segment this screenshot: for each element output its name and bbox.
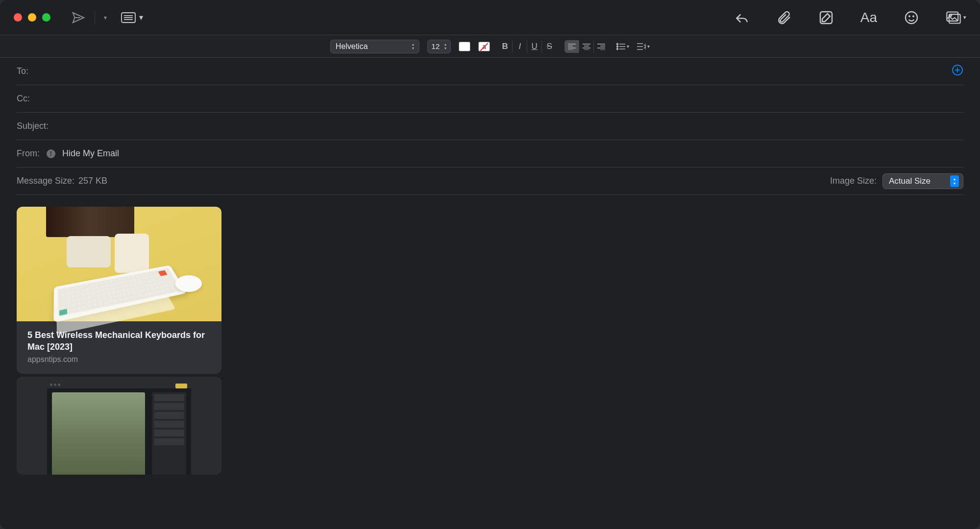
- image-size-value: Actual Size: [889, 176, 931, 186]
- font-size-value: 12: [432, 42, 440, 50]
- list-style-button[interactable]: ▾: [616, 43, 629, 50]
- message-body[interactable]: 5 Best Wireless Mechanical Keyboards for…: [0, 195, 980, 486]
- to-row: To:: [17, 58, 963, 85]
- svg-point-6: [909, 16, 910, 17]
- to-input[interactable]: [28, 66, 952, 76]
- message-size-label: Message Size:: [17, 176, 74, 186]
- alignment-group: [564, 40, 609, 53]
- add-contact-button[interactable]: [952, 64, 963, 78]
- compose-window: ▾ ▾ Aa ▾: [0, 0, 980, 529]
- photo-browser-button[interactable]: ▾: [946, 10, 966, 25]
- link-preview-image: [17, 207, 221, 321]
- chevron-down-icon: ▾: [647, 44, 650, 49]
- reply-button[interactable]: [734, 10, 750, 25]
- link-preview-card[interactable]: [17, 377, 221, 475]
- text-style-group: B I U S: [498, 40, 557, 53]
- from-row: From: ! Hide My Email: [17, 140, 963, 168]
- link-preview-domain: appsntips.com: [27, 355, 211, 364]
- subject-label: Subject:: [17, 121, 49, 131]
- align-center-icon: [583, 43, 590, 50]
- paperclip-icon: [776, 10, 792, 25]
- list-icon: [121, 12, 136, 24]
- bullet-list-icon: [616, 43, 625, 50]
- reply-icon: [734, 10, 750, 25]
- indent-icon: [637, 43, 646, 50]
- hide-my-email-button[interactable]: Hide My Email: [62, 148, 119, 159]
- stepper-icon: ▴▾: [412, 43, 414, 50]
- emoji-button[interactable]: [904, 10, 919, 25]
- background-color-button[interactable]: a: [478, 42, 490, 51]
- svg-point-27: [617, 48, 618, 49]
- message-size-value: 257 KB: [78, 176, 107, 186]
- text-format-icon: Aa: [860, 10, 877, 25]
- titlebar-right: Aa ▾: [734, 10, 966, 25]
- plus-circle-icon: [952, 64, 963, 76]
- photo-icon: [946, 10, 961, 25]
- format-button[interactable]: Aa: [860, 10, 877, 25]
- font-family-select[interactable]: Helvetica ▴▾: [330, 40, 419, 53]
- image-size-label: Image Size:: [830, 176, 877, 186]
- font-family-value: Helvetica: [336, 42, 368, 51]
- svg-rect-8: [949, 14, 960, 23]
- chevron-down-icon: ▾: [627, 44, 629, 49]
- underline-button[interactable]: U: [527, 40, 542, 53]
- format-bar: Helvetica ▴▾ 12 ▴▾ a B I U S ▾ ▾: [0, 35, 980, 58]
- maximize-window-button[interactable]: [42, 13, 50, 22]
- cc-input[interactable]: [30, 94, 963, 104]
- window-controls: [14, 13, 50, 22]
- font-size-select[interactable]: 12 ▴▾: [427, 40, 451, 53]
- close-window-button[interactable]: [14, 13, 22, 22]
- link-preview-title: 5 Best Wireless Mechanical Keyboards for…: [27, 329, 211, 353]
- send-icon: [71, 10, 86, 25]
- markup-button[interactable]: [818, 10, 834, 25]
- italic-button[interactable]: I: [513, 40, 527, 53]
- chevron-down-icon: ▾: [963, 14, 966, 21]
- image-size-select[interactable]: Actual Size ▴▾: [882, 173, 963, 189]
- svg-point-5: [906, 12, 917, 24]
- send-button[interactable]: [71, 10, 86, 25]
- indent-button[interactable]: ▾: [637, 43, 650, 50]
- align-right-icon: [597, 43, 605, 50]
- text-color-button[interactable]: [459, 42, 470, 51]
- align-right-button[interactable]: [594, 40, 609, 53]
- svg-point-23: [617, 43, 618, 45]
- header-fields-dropdown[interactable]: ▾: [121, 12, 143, 24]
- svg-point-10: [950, 14, 952, 16]
- svg-point-7: [913, 16, 914, 17]
- attach-button[interactable]: [776, 10, 792, 25]
- link-preview-meta: 5 Best Wireless Mechanical Keyboards for…: [17, 321, 221, 374]
- from-label: From:: [17, 148, 40, 159]
- link-preview-image: [17, 377, 221, 475]
- align-left-button[interactable]: [564, 40, 579, 53]
- link-preview-card[interactable]: 5 Best Wireless Mechanical Keyboards for…: [17, 207, 221, 374]
- subject-row: Subject:: [17, 113, 963, 140]
- markup-icon: [818, 10, 834, 25]
- to-label: To:: [17, 66, 28, 76]
- bold-button[interactable]: B: [498, 40, 513, 53]
- stepper-icon: ▴▾: [444, 43, 446, 50]
- message-size: Message Size: 257 KB: [17, 176, 107, 186]
- cc-row: Cc:: [17, 85, 963, 113]
- privacy-icon: !: [47, 149, 55, 158]
- chevron-down-icon: ▾: [139, 13, 143, 22]
- divider: [95, 11, 95, 24]
- header-fields: To: Cc: Subject: From: ! Hide My Email M…: [0, 58, 980, 195]
- cc-label: Cc:: [17, 94, 30, 104]
- send-options-dropdown[interactable]: ▾: [104, 14, 107, 21]
- svg-point-25: [617, 46, 618, 47]
- stepper-icon: ▴▾: [950, 175, 959, 187]
- align-center-button[interactable]: [579, 40, 594, 53]
- subject-input[interactable]: [49, 121, 963, 131]
- strikethrough-button[interactable]: S: [542, 40, 557, 53]
- emoji-icon: [904, 10, 919, 25]
- image-size-control: Image Size: Actual Size ▴▾: [830, 173, 963, 189]
- align-left-icon: [568, 43, 576, 50]
- titlebar: ▾ ▾ Aa ▾: [0, 0, 980, 35]
- size-row: Message Size: 257 KB Image Size: Actual …: [17, 168, 963, 195]
- minimize-window-button[interactable]: [28, 13, 36, 22]
